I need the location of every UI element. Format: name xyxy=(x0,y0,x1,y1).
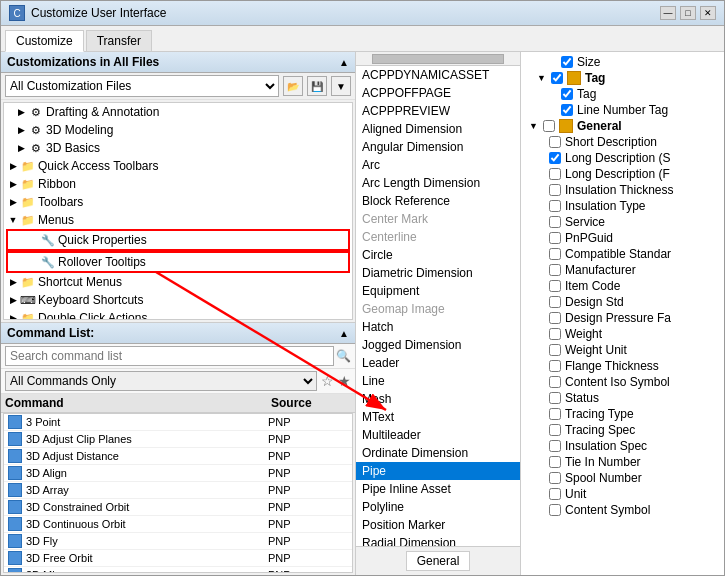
checkbox-manufacturer[interactable] xyxy=(549,264,561,276)
command-collapse-button[interactable]: ▲ xyxy=(339,328,349,339)
checkbox-insulation-thickness[interactable] xyxy=(549,184,561,196)
list-item-acppoffpage[interactable]: ACPPOFFPAGE xyxy=(356,84,520,102)
checkbox-content-symbol[interactable] xyxy=(549,504,561,516)
tab-customize[interactable]: Customize xyxy=(5,30,84,52)
list-item[interactable]: 3D Array PNP xyxy=(4,482,352,499)
checkbox-weight-unit[interactable] xyxy=(549,344,561,356)
checkbox-short-desc[interactable] xyxy=(549,136,561,148)
checkbox-general-group[interactable] xyxy=(543,120,555,132)
checkbox-insulation-spec[interactable] xyxy=(549,440,561,452)
toggle-double-click[interactable]: ▶ xyxy=(6,313,20,320)
minimize-button[interactable]: — xyxy=(660,6,676,20)
tree-item-ribbon[interactable]: ▶ 📁 Ribbon xyxy=(4,175,352,193)
checkbox-tag-group[interactable] xyxy=(551,72,563,84)
checkbox-item-code[interactable] xyxy=(549,280,561,292)
checkbox-compatible[interactable] xyxy=(549,248,561,260)
favorite-star-empty[interactable]: ☆ xyxy=(321,373,334,389)
list-item-polyline[interactable]: Polyline xyxy=(356,498,520,516)
list-item-acppdynamic[interactable]: ACPPDYNAMICASSET xyxy=(356,66,520,84)
tree-item-double-click[interactable]: ▶ 📁 Double Click Actions xyxy=(4,309,352,320)
collapse-button[interactable]: ▲ xyxy=(339,57,349,68)
toggle-tag[interactable]: ▼ xyxy=(537,73,549,83)
toggle-menus[interactable]: ▼ xyxy=(6,215,20,225)
command-list-area[interactable]: 3 Point PNP 3D Adjust Clip Planes PNP 3D… xyxy=(3,413,353,573)
list-item-line[interactable]: Line xyxy=(356,372,520,390)
list-item-leader[interactable]: Leader xyxy=(356,354,520,372)
list-item-arc[interactable]: Arc xyxy=(356,156,520,174)
list-item-geomap[interactable]: Geomap Image xyxy=(356,300,520,318)
list-item-radial[interactable]: Radial Dimension xyxy=(356,534,520,546)
tree-item-keyboard[interactable]: ▶ ⌨ Keyboard Shortcuts xyxy=(4,291,352,309)
list-item-diametric[interactable]: Diametric Dimension xyxy=(356,264,520,282)
checkbox-long-desc-s[interactable] xyxy=(549,152,561,164)
tree-item-3dmodeling[interactable]: ▶ ⚙ 3D Modeling xyxy=(4,121,352,139)
list-item-circle[interactable]: Circle xyxy=(356,246,520,264)
save-button[interactable]: 💾 xyxy=(307,76,327,96)
checkbox-flange-thickness[interactable] xyxy=(549,360,561,372)
checkbox-tie-in-number[interactable] xyxy=(549,456,561,468)
list-item-aligned-dim[interactable]: Aligned Dimension xyxy=(356,120,520,138)
tree-item-toolbars[interactable]: ▶ 📁 Toolbars xyxy=(4,193,352,211)
tree-item-quick-properties[interactable]: 🔧 Quick Properties xyxy=(6,229,350,251)
list-item-multileader[interactable]: Multileader xyxy=(356,426,520,444)
tree-item-menus[interactable]: ▼ 📁 Menus xyxy=(4,211,352,229)
checkbox-tracing-type[interactable] xyxy=(549,408,561,420)
load-button[interactable]: 📂 xyxy=(283,76,303,96)
list-item-pipe-inline[interactable]: Pipe Inline Asset xyxy=(356,480,520,498)
list-item-center-mark[interactable]: Center Mark xyxy=(356,210,520,228)
toggle-ribbon[interactable]: ▶ xyxy=(6,179,20,189)
checkbox-design-pressure[interactable] xyxy=(549,312,561,324)
tab-transfer[interactable]: Transfer xyxy=(86,30,152,51)
options-button[interactable]: ▼ xyxy=(331,76,351,96)
list-item[interactable]: 3D Free Orbit PNP xyxy=(4,550,352,567)
tree-item-rollover-tooltips[interactable]: 🔧 Rollover Tooltips xyxy=(6,251,350,273)
tree-item-3dbasics[interactable]: ▶ ⚙ 3D Basics xyxy=(4,139,352,157)
list-item[interactable]: 3D Mirror PNP xyxy=(4,567,352,573)
maximize-button[interactable]: □ xyxy=(680,6,696,20)
list-item-equipment[interactable]: Equipment xyxy=(356,282,520,300)
list-item[interactable]: 3D Adjust Distance PNP xyxy=(4,448,352,465)
list-item-mesh[interactable]: Mesh xyxy=(356,390,520,408)
tree-item-quick-toolbars[interactable]: ▶ 📁 Quick Access Toolbars xyxy=(4,157,352,175)
list-item[interactable]: 3D Adjust Clip Planes PNP xyxy=(4,431,352,448)
list-item-arc-length[interactable]: Arc Length Dimension xyxy=(356,174,520,192)
list-item-mtext[interactable]: MText xyxy=(356,408,520,426)
checkbox-service[interactable] xyxy=(549,216,561,228)
list-item-position[interactable]: Position Marker xyxy=(356,516,520,534)
list-item[interactable]: 3D Fly PNP xyxy=(4,533,352,550)
checkbox-tag[interactable] xyxy=(561,88,573,100)
general-tab[interactable]: General xyxy=(406,551,471,571)
tree-item-shortcut-menus[interactable]: ▶ 📁 Shortcut Menus xyxy=(4,273,352,291)
checkbox-content-iso[interactable] xyxy=(549,376,561,388)
search-input[interactable] xyxy=(5,346,334,366)
list-item-hatch[interactable]: Hatch xyxy=(356,318,520,336)
checkbox-status[interactable] xyxy=(549,392,561,404)
toggle-shortcut[interactable]: ▶ xyxy=(6,277,20,287)
toggle-3dmodeling[interactable]: ▶ xyxy=(14,125,28,135)
middle-scroll-area[interactable]: ACPPDYNAMICASSET ACPPOFFPAGE ACPPPREVIEW… xyxy=(356,66,520,546)
toggle-toolbars[interactable]: ▶ xyxy=(6,197,20,207)
command-filter-select[interactable]: All Commands Only xyxy=(5,371,317,391)
favorite-star-filled[interactable]: ★ xyxy=(338,373,351,389)
checkbox-line-number-tag[interactable] xyxy=(561,104,573,116)
list-item-jogged[interactable]: Jogged Dimension xyxy=(356,336,520,354)
list-item-block-ref[interactable]: Block Reference xyxy=(356,192,520,210)
toggle-general[interactable]: ▼ xyxy=(529,121,541,131)
customization-file-select[interactable]: All Customization Files xyxy=(5,75,279,97)
checkbox-size[interactable] xyxy=(561,56,573,68)
list-item-ordinate[interactable]: Ordinate Dimension xyxy=(356,444,520,462)
list-item-acpppreview[interactable]: ACPPPREVIEW xyxy=(356,102,520,120)
close-button[interactable]: ✕ xyxy=(700,6,716,20)
checkbox-unit[interactable] xyxy=(549,488,561,500)
list-item[interactable]: 3 Point PNP xyxy=(4,414,352,431)
list-item[interactable]: 3D Align PNP xyxy=(4,465,352,482)
list-item-centerline[interactable]: Centerline xyxy=(356,228,520,246)
checkbox-pnpguid[interactable] xyxy=(549,232,561,244)
toggle-quick-toolbars[interactable]: ▶ xyxy=(6,161,20,171)
checkbox-spool-number[interactable] xyxy=(549,472,561,484)
list-item-pipe[interactable]: Pipe xyxy=(356,462,520,480)
checkbox-weight[interactable] xyxy=(549,328,561,340)
list-item[interactable]: 3D Continuous Orbit PNP xyxy=(4,516,352,533)
middle-scrollbar-top[interactable] xyxy=(356,52,520,66)
tree-item-drafting[interactable]: ▶ ⚙ Drafting & Annotation xyxy=(4,103,352,121)
